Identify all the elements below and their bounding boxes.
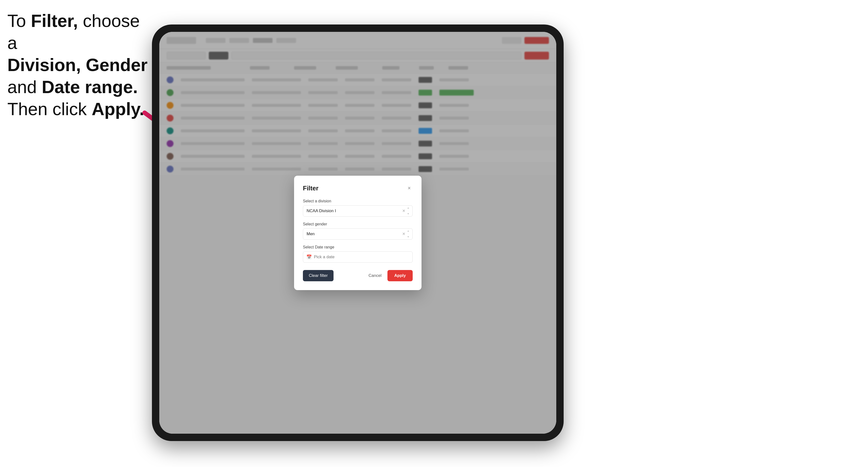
division-label: Select a division <box>303 199 413 204</box>
division-select-wrapper: NCAA Division I ✕ ⌃⌄ <box>303 205 413 217</box>
gender-form-group: Select gender Men ✕ ⌃⌄ <box>303 222 413 240</box>
date-form-group: Select Date range 📅 <box>303 245 413 263</box>
tablet-device: Filter × Select a division NCAA Division… <box>152 25 564 441</box>
gender-select-wrapper: Men ✕ ⌃⌄ <box>303 228 413 240</box>
date-input[interactable] <box>303 251 413 263</box>
bold-date-range: Date range. <box>42 77 138 97</box>
date-label: Select Date range <box>303 245 413 249</box>
bold-division-gender: Division, Gender <box>7 55 148 75</box>
tablet-screen: Filter × Select a division NCAA Division… <box>159 32 556 434</box>
clear-filter-button[interactable]: Clear filter <box>303 270 334 281</box>
apply-button[interactable]: Apply <box>388 270 413 281</box>
division-select[interactable]: NCAA Division I <box>303 205 413 217</box>
cancel-button[interactable]: Cancel <box>366 270 384 281</box>
division-clear-icon[interactable]: ✕ <box>402 209 405 213</box>
gender-label: Select gender <box>303 222 413 226</box>
modal-close-button[interactable]: × <box>406 185 413 192</box>
gender-clear-icon[interactable]: ✕ <box>402 231 405 236</box>
instruction-block: To Filter, choose a Division, Gender and… <box>7 10 150 120</box>
modal-title: Filter <box>303 185 318 192</box>
date-input-wrapper: 📅 <box>303 251 413 263</box>
division-form-group: Select a division NCAA Division I ✕ ⌃⌄ <box>303 199 413 217</box>
footer-right: Cancel Apply <box>366 270 413 281</box>
modal-header: Filter × <box>303 185 413 192</box>
modal-footer: Clear filter Cancel Apply <box>303 270 413 281</box>
bold-apply: Apply. <box>92 99 144 119</box>
filter-modal: Filter × Select a division NCAA Division… <box>294 176 422 290</box>
bold-filter: Filter, <box>31 11 78 31</box>
gender-select[interactable]: Men <box>303 228 413 240</box>
modal-overlay: Filter × Select a division NCAA Division… <box>159 32 556 434</box>
